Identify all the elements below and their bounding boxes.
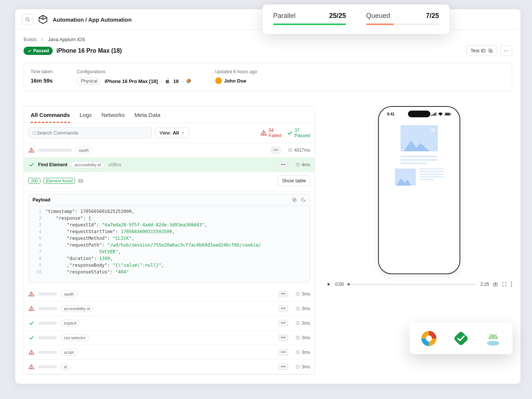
camera-icon[interactable] bbox=[493, 282, 498, 287]
chevron-right-icon bbox=[40, 37, 45, 42]
android-icon bbox=[485, 330, 501, 347]
meta-config-label: Configurations bbox=[77, 69, 191, 74]
warning-icon bbox=[260, 130, 267, 136]
queue-queued-bar bbox=[366, 24, 439, 25]
tab-all-commands[interactable]: All Commands bbox=[31, 112, 70, 123]
warning-icon bbox=[28, 291, 34, 297]
warning-icon bbox=[28, 147, 34, 153]
svg-point-7 bbox=[495, 337, 496, 338]
svg-point-6 bbox=[491, 337, 492, 338]
command-row[interactable]: script•••3ms bbox=[24, 345, 315, 360]
copy-icon[interactable] bbox=[292, 197, 297, 202]
more-button[interactable] bbox=[500, 45, 512, 56]
result-counts: 54 Failed 37 Passed bbox=[260, 128, 310, 138]
meta-config: Configurations Physical iPhone 16 Pro Ma… bbox=[77, 69, 191, 85]
svg-line-17 bbox=[35, 134, 36, 135]
row-more-icon[interactable]: ••• bbox=[278, 334, 288, 341]
dynamic-island bbox=[408, 111, 430, 117]
queue-queued-label: Queued bbox=[366, 12, 390, 20]
view-filter[interactable]: View: All bbox=[155, 127, 189, 138]
svg-marker-48 bbox=[403, 141, 430, 151]
screenshot-icon[interactable] bbox=[78, 178, 83, 183]
status-badge-label: Passed bbox=[33, 48, 49, 53]
command-row[interactable]: css selector•••3ms bbox=[24, 331, 315, 345]
command-row[interactable]: accessibility id•••3ms bbox=[24, 301, 315, 316]
command-row[interactable]: xpath ••• 4017ms bbox=[24, 143, 315, 158]
brand-logo-icon bbox=[38, 14, 48, 25]
svg-point-28 bbox=[31, 295, 31, 296]
user-name: John Doe bbox=[224, 78, 246, 84]
screen-card-placeholder bbox=[395, 168, 443, 186]
queue-parallel-label: Parallel bbox=[273, 12, 296, 20]
locator-tag: implicit bbox=[61, 320, 80, 327]
row-time: 3ms bbox=[296, 291, 310, 297]
svg-point-14 bbox=[507, 50, 508, 51]
screen-text-placeholder bbox=[400, 156, 438, 164]
search-commands[interactable] bbox=[28, 127, 152, 138]
clock-icon bbox=[296, 335, 300, 340]
crumb-builds[interactable]: Builds bbox=[24, 37, 37, 42]
search-icon bbox=[32, 130, 37, 136]
passed-count: 37 Passed bbox=[287, 128, 310, 138]
locator-tag: id bbox=[61, 364, 71, 370]
row-more-icon[interactable]: ••• bbox=[278, 364, 288, 370]
copy-icon bbox=[488, 48, 493, 53]
clock-icon bbox=[296, 365, 300, 369]
status-badge: Passed bbox=[24, 47, 53, 55]
search-button[interactable] bbox=[22, 14, 33, 25]
more-horizontal-icon bbox=[504, 48, 509, 53]
queue-queued-value: 7/25 bbox=[426, 12, 439, 20]
svg-rect-47 bbox=[451, 114, 451, 115]
fullscreen-icon[interactable] bbox=[502, 282, 507, 287]
more-vertical-icon[interactable] bbox=[511, 282, 512, 287]
clock-icon bbox=[296, 292, 300, 296]
tab-meta-data[interactable]: Meta Data bbox=[134, 112, 160, 123]
payload-label: Payload bbox=[33, 197, 50, 202]
svg-marker-49 bbox=[396, 178, 411, 186]
tab-networks[interactable]: Networks bbox=[102, 112, 125, 123]
command-row[interactable]: implicit•••3ms bbox=[24, 316, 315, 331]
skeleton bbox=[38, 307, 57, 310]
queue-parallel: Parallel 25/25 bbox=[273, 12, 346, 25]
failed-count: 54 Failed bbox=[260, 128, 281, 138]
search-icon bbox=[25, 17, 30, 22]
play-icon[interactable] bbox=[326, 282, 331, 287]
svg-line-5 bbox=[495, 334, 497, 336]
show-table-button[interactable]: Show table bbox=[278, 175, 310, 186]
search-input[interactable] bbox=[37, 130, 148, 136]
svg-point-51 bbox=[495, 284, 496, 285]
svg-line-9 bbox=[29, 21, 30, 22]
video-player: 0:00 2:25 bbox=[326, 282, 512, 287]
clock-icon bbox=[296, 306, 300, 311]
platform-icons-card bbox=[409, 323, 513, 354]
row-more-icon[interactable]: ••• bbox=[278, 349, 288, 356]
chip-physical: Physical bbox=[77, 77, 102, 85]
moon-icon[interactable] bbox=[301, 197, 306, 202]
row-more-icon[interactable]: ••• bbox=[278, 305, 288, 312]
test-id-button[interactable]: Test ID bbox=[467, 45, 497, 56]
row-more-icon[interactable]: ••• bbox=[278, 161, 288, 168]
command-row[interactable]: xpath•••3ms bbox=[24, 287, 315, 301]
svg-point-36 bbox=[31, 353, 31, 354]
device-name: iPhone 16 Pro Max [18] bbox=[105, 78, 158, 84]
meta-time-value: 16m 59s bbox=[31, 77, 53, 84]
row-time: 4ms bbox=[296, 162, 310, 167]
command-row-selected[interactable]: Find Element accessibility-id urlBox •••… bbox=[24, 158, 315, 172]
svg-point-53 bbox=[511, 284, 512, 285]
row-more-icon[interactable]: ••• bbox=[271, 147, 281, 154]
row-more-icon[interactable]: ••• bbox=[278, 291, 288, 297]
svg-point-19 bbox=[263, 134, 264, 134]
command-row[interactable]: id•••3ms bbox=[24, 360, 315, 374]
svg-point-52 bbox=[511, 282, 512, 283]
tab-logs[interactable]: Logs bbox=[80, 112, 92, 123]
clock-icon bbox=[296, 163, 300, 167]
scrubber[interactable] bbox=[347, 284, 476, 285]
row-more-icon[interactable]: ••• bbox=[278, 320, 288, 327]
crumb-current: Java Appium iOS bbox=[48, 37, 85, 42]
locator-tag: css selector bbox=[61, 334, 89, 341]
queue-parallel-value: 25/25 bbox=[329, 12, 346, 20]
passed-badge-icon bbox=[453, 330, 469, 347]
svg-rect-46 bbox=[445, 113, 450, 115]
check-icon bbox=[287, 130, 293, 136]
check-icon bbox=[28, 162, 34, 168]
